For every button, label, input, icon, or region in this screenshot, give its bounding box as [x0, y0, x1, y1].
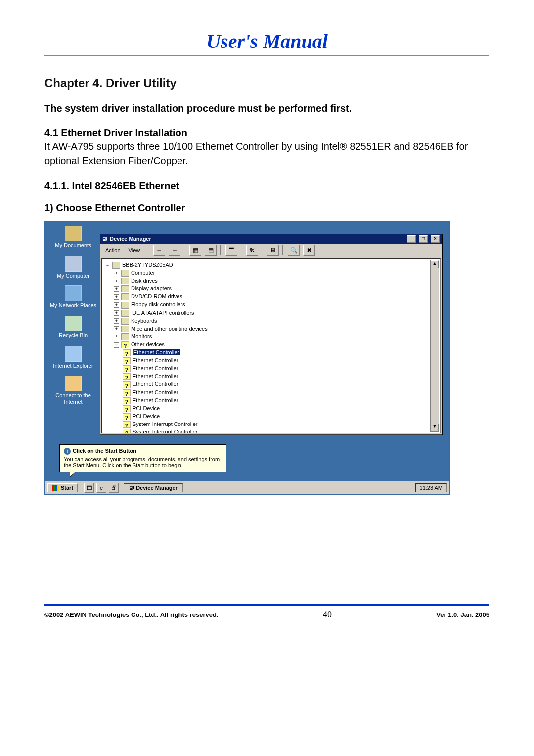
toolbar-btn-4[interactable]: 🖥 — [267, 245, 279, 256]
tree-node[interactable]: IDE ATA/ATAPI controllers — [131, 310, 194, 316]
quick-launch-icon[interactable]: 🗔 — [84, 483, 94, 493]
tree-node[interactable]: Mice and other pointing devices — [131, 326, 208, 331]
tree-node[interactable]: Keyboards — [131, 318, 157, 324]
tree-root[interactable]: BBB-2YTYDSZ05AD — [122, 262, 173, 268]
footer-copyright: ©2002 AEWIN Technologies Co., Ltd.. All … — [44, 611, 219, 618]
menu-view[interactable]: View — [126, 246, 143, 254]
start-label: Start — [61, 485, 73, 491]
section-4-1-body: It AW-A795 supports three 10/100 Etherne… — [44, 140, 490, 168]
monitor-icon — [121, 333, 129, 340]
tree-node[interactable]: Floppy disk controllers — [131, 301, 185, 307]
desktop-icon-recycle-bin[interactable]: Recycle Bin — [48, 316, 98, 339]
tree-node[interactable]: Ethernet Controller — [133, 357, 178, 363]
screenshot-desktop: My Documents My Computer My Network Plac… — [44, 221, 450, 495]
menu-action[interactable]: Action — [102, 246, 124, 254]
tree-node[interactable]: PCI Device — [133, 405, 160, 411]
taskbar-app-device-manager[interactable]: 🖳 Device Manager — [124, 483, 183, 492]
start-tooltip: iClick on the Start Button You can acces… — [59, 444, 226, 472]
close-button[interactable]: × — [431, 235, 440, 243]
connect-icon — [65, 376, 82, 391]
windows-flag-icon — [52, 485, 59, 491]
desktop-icon-connect-internet[interactable]: Connect to the Internet — [48, 376, 98, 405]
desktop-icon-network-places[interactable]: My Network Places — [48, 285, 98, 309]
section-4-1: 4.1 Ethernet Driver Installation — [44, 127, 490, 139]
desktop-icon-label: Connect to the Internet — [55, 392, 91, 405]
toolbar-separator — [282, 245, 283, 255]
warning-icon: ? — [123, 421, 131, 428]
start-button[interactable]: Start — [47, 483, 78, 492]
device-manager-window[interactable]: 🖳 Device Manager _ □ × Action View ← → ▦… — [100, 234, 442, 435]
tree-node[interactable]: Ethernet Controller — [133, 389, 178, 395]
quick-launch-icon[interactable]: 🗗 — [109, 483, 119, 493]
warning-icon: ? — [123, 357, 131, 364]
quick-launch-ie-icon[interactable]: e — [96, 483, 106, 493]
scan-button[interactable]: 🔍 — [288, 245, 300, 256]
toolbar-btn-2[interactable]: ▤ — [205, 245, 217, 256]
doc-title: User's Manual — [206, 30, 328, 53]
desktop-icon-ie[interactable]: Internet Explorer — [48, 346, 98, 369]
tree-node[interactable]: Ethernet Controller — [133, 397, 178, 403]
floppy-icon — [121, 302, 129, 309]
vertical-scrollbar[interactable]: ▲ ▼ — [430, 260, 439, 432]
desktop-icon-my-computer[interactable]: My Computer — [48, 256, 98, 279]
title-underline — [44, 55, 490, 56]
expand-toggle[interactable]: + — [114, 310, 119, 316]
window-title: Device Manager — [110, 236, 151, 242]
tree-node[interactable]: DVD/CD-ROM drives — [131, 293, 182, 299]
forward-button[interactable]: → — [169, 245, 180, 256]
scroll-up-icon[interactable]: ▲ — [431, 260, 439, 268]
expand-toggle[interactable]: + — [114, 326, 119, 331]
expand-toggle[interactable]: + — [114, 279, 119, 284]
device-tree[interactable]: −BBB-2YTYDSZ05AD +Computer +Disk drives … — [101, 258, 441, 433]
expand-toggle[interactable]: − — [114, 342, 119, 348]
tree-node[interactable]: Ethernet Controller — [133, 381, 178, 387]
tree-node-selected[interactable]: Ethernet Controller — [133, 349, 180, 355]
tree-node[interactable]: Monitors — [131, 333, 152, 339]
recycle-icon — [65, 316, 82, 331]
tree-node[interactable]: System Interrupt Controller — [133, 429, 197, 433]
maximize-button[interactable]: □ — [419, 235, 428, 243]
expand-toggle[interactable]: + — [114, 294, 119, 300]
properties-button[interactable]: 🗔 — [225, 245, 237, 256]
tree-node[interactable]: System Interrupt Controller — [133, 421, 197, 427]
expand-toggle[interactable]: + — [114, 334, 119, 339]
warning-icon: ? — [123, 413, 131, 420]
toolbar-btn-3[interactable]: 🛠 — [246, 245, 258, 256]
minimize-button[interactable]: _ — [407, 235, 416, 243]
computer-icon — [121, 270, 129, 277]
tree-node[interactable]: Ethernet Controller — [133, 365, 178, 371]
quick-launch: 🗔 e 🗗 — [83, 483, 119, 493]
expand-toggle[interactable]: + — [114, 286, 119, 292]
toolbar-separator — [184, 245, 184, 255]
device-manager-icon: 🖳 — [129, 485, 134, 491]
menubar: Action View ← → ▦ ▤ 🗔 🛠 🖥 🔍 ✖ — [100, 244, 442, 257]
back-button[interactable]: ← — [153, 245, 165, 256]
scroll-track[interactable] — [431, 268, 439, 424]
footer-version: Ver 1.0. Jan. 2005 — [436, 611, 490, 618]
dvd-icon — [121, 293, 129, 300]
tree-node[interactable]: Disk drives — [131, 278, 158, 284]
tree-node[interactable]: Ethernet Controller — [133, 373, 178, 379]
window-titlebar[interactable]: 🖳 Device Manager _ □ × — [100, 234, 442, 244]
expand-toggle[interactable]: + — [114, 302, 119, 308]
taskbar-clock[interactable]: 11:23 AM — [415, 483, 447, 492]
mouse-icon — [121, 326, 129, 332]
tree-node[interactable]: Display adapters — [131, 285, 172, 291]
warning-icon: ? — [123, 389, 131, 396]
tree-node[interactable]: PCI Device — [133, 413, 160, 419]
desktop-icon-label: Recycle Bin — [59, 332, 88, 338]
tree-node[interactable]: Computer — [131, 270, 155, 276]
expand-toggle[interactable]: + — [114, 318, 119, 324]
toolbar-btn-1[interactable]: ▦ — [189, 245, 201, 256]
expand-toggle[interactable]: − — [105, 263, 110, 268]
scroll-down-icon[interactable]: ▼ — [431, 424, 439, 431]
keyboard-icon — [121, 318, 129, 325]
desktop-icon-my-documents[interactable]: My Documents — [48, 226, 98, 249]
toolbar-btn-5[interactable]: ✖ — [303, 245, 315, 256]
expand-toggle[interactable]: + — [114, 271, 119, 276]
ie-icon — [65, 346, 82, 362]
folder-icon — [65, 226, 82, 241]
info-icon: i — [64, 448, 71, 455]
warning-icon: ? — [123, 365, 131, 372]
tree-node[interactable]: Other devices — [131, 341, 165, 347]
